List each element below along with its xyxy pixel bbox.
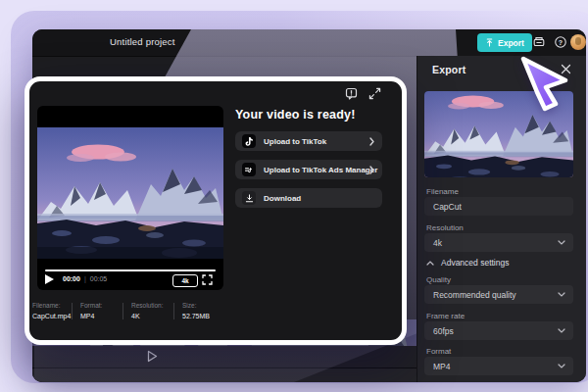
action-label: Upload to TikTok Ads Manager	[264, 166, 377, 174]
quality-badge[interactable]: 4k	[172, 274, 198, 287]
chevron-down-icon	[558, 240, 565, 245]
meta-label: Size:	[182, 302, 210, 309]
tiktok-icon	[242, 134, 256, 148]
meta-value: MP4	[80, 313, 102, 319]
advanced-settings-label: Advanced settings	[441, 258, 509, 268]
resolution-value: 4k	[433, 238, 442, 248]
framerate-value: 60fps	[433, 326, 454, 336]
quality-value: Recommended quality	[433, 290, 516, 300]
resolution-label: Resolution	[426, 223, 464, 232]
timeline-area	[32, 368, 416, 382]
close-icon[interactable]	[561, 64, 573, 76]
resolution-dropdown[interactable]: 4k	[424, 233, 573, 252]
video-frame	[37, 127, 223, 259]
action-label: Upload to TikTok	[264, 137, 326, 146]
user-avatar[interactable]	[570, 34, 586, 50]
play-outline-icon[interactable]	[147, 350, 158, 363]
printer-icon[interactable]	[531, 34, 547, 50]
meta-label: Resolution:	[131, 302, 164, 309]
chevron-down-icon	[558, 328, 565, 333]
filename-value: CapCut	[433, 202, 462, 212]
meta-divider	[173, 303, 174, 319]
filename-input[interactable]: CapCut	[424, 197, 573, 216]
format-label: Format	[426, 347, 451, 356]
framerate-dropdown[interactable]: 60fps	[424, 321, 573, 340]
meta-value: CapCut.mp4	[32, 313, 71, 319]
video-player[interactable]: 00:00 | 00:05 4k	[37, 106, 223, 290]
play-icon[interactable]	[45, 274, 54, 284]
export-thumbnail	[424, 91, 573, 177]
time-separator: |	[84, 275, 86, 282]
tiktok-ads-icon	[242, 163, 256, 176]
export-button[interactable]: Export	[477, 33, 532, 52]
page-background: Untitled project Export ?	[0, 0, 588, 392]
upload-icon	[485, 38, 494, 47]
player-toolbar	[32, 346, 416, 368]
action-label: Download	[264, 194, 301, 203]
meta-value: 4K	[131, 313, 164, 319]
upload-tiktok-button[interactable]: Upload to TikTok	[235, 131, 382, 151]
meta-label: Format:	[80, 302, 102, 309]
chevron-up-icon	[426, 261, 434, 266]
dialog-heading: Your video is ready!	[235, 108, 356, 122]
export-panel-title: Export	[432, 64, 466, 75]
project-title: Untitled project	[110, 36, 175, 47]
svg-text:?: ?	[559, 39, 563, 46]
chevron-right-icon	[369, 166, 374, 174]
meta-divider	[122, 303, 123, 319]
fullscreen-icon[interactable]	[202, 274, 214, 286]
meta-filename: Filename: CapCut.mp4	[32, 302, 71, 319]
format-value: MP4	[433, 362, 450, 371]
time-display: 00:00 | 00:05	[63, 275, 107, 282]
framerate-label: Frame rate	[426, 312, 465, 320]
filename-label: Filename	[426, 187, 459, 196]
meta-label: Filename:	[32, 302, 71, 309]
expand-icon[interactable]	[368, 87, 381, 100]
upload-tiktok-ads-button[interactable]: Upload to TikTok Ads Manager	[235, 160, 382, 179]
chevron-down-icon	[558, 364, 565, 368]
format-dropdown[interactable]: MP4	[424, 357, 573, 375]
chevron-right-icon	[369, 137, 374, 146]
feedback-icon[interactable]	[345, 87, 358, 100]
meta-size: Size: 52.75MB	[182, 302, 210, 319]
export-panel: Export Filename CapCut Resolution 4k	[416, 56, 586, 382]
export-button-label: Export	[498, 38, 524, 48]
meta-resolution: Resolution: 4K	[131, 302, 164, 319]
quality-label: Quality	[426, 275, 451, 284]
meta-format: Format: MP4	[80, 302, 102, 319]
video-ready-dialog: 00:00 | 00:05 4k Your video is ready! Up…	[24, 76, 407, 345]
duration: 00:05	[90, 275, 108, 282]
advanced-settings-toggle[interactable]: Advanced settings	[426, 258, 509, 268]
current-time: 00:00	[63, 275, 80, 282]
help-icon[interactable]: ?	[553, 34, 568, 50]
progress-bar[interactable]	[45, 270, 216, 271]
download-button[interactable]: Download	[235, 188, 382, 208]
meta-value: 52.75MB	[182, 313, 210, 319]
download-icon	[242, 191, 256, 205]
meta-divider	[72, 303, 73, 319]
chevron-down-icon	[558, 292, 565, 297]
quality-dropdown[interactable]: Recommended quality	[424, 285, 573, 304]
